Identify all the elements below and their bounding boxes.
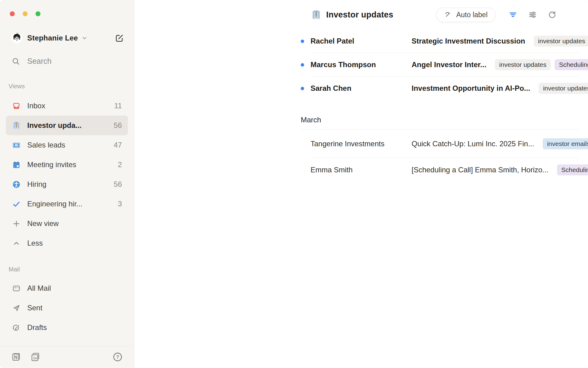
- necktie-emoji: [311, 10, 321, 20]
- page-title: Investor updates: [326, 10, 393, 20]
- user-name: Stephanie Lee: [27, 34, 78, 42]
- email-tags: investor emails: [543, 138, 588, 149]
- email-tags: Scheduling: [557, 164, 588, 175]
- search-icon: [12, 57, 20, 66]
- views-section-label: Views: [9, 83, 134, 90]
- view-header: Investor updates Auto label: [134, 0, 588, 29]
- email-subject: Angel Investor Inter...: [412, 60, 486, 69]
- svg-text:?: ?: [116, 355, 119, 360]
- zoom-button[interactable]: [36, 11, 40, 16]
- label-chip[interactable]: investor updates: [534, 36, 588, 47]
- sidebar-item-meeting-invites[interactable]: Meeting invites 2: [6, 155, 128, 174]
- sidebar-item-inbox[interactable]: Inbox 11: [6, 96, 128, 116]
- sidebar-item-all-mail[interactable]: All Mail: [6, 278, 128, 298]
- views-list: Inbox 11 Investor upda... 56: [6, 96, 128, 253]
- window-controls: [0, 0, 134, 16]
- chevron-down-icon: [81, 35, 88, 41]
- unread-dot: [301, 40, 304, 43]
- notion-logo[interactable]: [11, 352, 21, 362]
- unread-count: 47: [114, 141, 122, 149]
- email-tags: investor updates Scheduling: [495, 59, 588, 70]
- email-sender: Marcus Thompson: [311, 60, 412, 69]
- read-dot-placeholder: [301, 142, 304, 146]
- date-group-header: March: [301, 110, 588, 129]
- email-row[interactable]: Emma Smith [Scheduling a Call] Emma Smit…: [134, 158, 588, 182]
- auto-label-text: Auto label: [456, 11, 488, 19]
- new-view-button[interactable]: New view: [6, 214, 128, 233]
- notion-calendar-icon[interactable]: 14: [30, 352, 40, 362]
- email-subject: Strategic Investment Discussion: [412, 37, 525, 45]
- email-sender: Rachel Patel: [311, 37, 412, 45]
- app-window: Stephanie Lee Search Views: [0, 0, 588, 368]
- sidebar-item-hiring[interactable]: Hiring 56: [6, 174, 128, 194]
- header-toolbar: [508, 10, 557, 19]
- search-input[interactable]: Search: [12, 57, 134, 66]
- email-subject: Quick Catch-Up: Lumi Inc. 2025 Fin...: [412, 140, 534, 148]
- all-mail-icon: [12, 284, 21, 293]
- sidebar-item-sent[interactable]: Sent: [6, 298, 128, 318]
- sliders-icon[interactable]: [528, 10, 537, 19]
- account-switcher[interactable]: Stephanie Lee: [11, 32, 124, 44]
- money-icon: [12, 141, 21, 149]
- minimize-button[interactable]: [23, 11, 28, 16]
- search-placeholder: Search: [27, 57, 51, 66]
- chevron-up-icon: [12, 239, 21, 247]
- email-sender: Tangerine Investments: [311, 140, 412, 148]
- auto-label-button[interactable]: Auto label: [436, 8, 496, 22]
- sidebar-item-sales-leads[interactable]: Sales leads 47: [6, 135, 128, 155]
- mail-section-label: Mail: [9, 266, 134, 273]
- email-sender: Emma Smith: [311, 166, 412, 174]
- label-chip[interactable]: Scheduling: [555, 59, 588, 70]
- label-chip[interactable]: Scheduling: [557, 164, 588, 175]
- unread-dot: [301, 63, 304, 67]
- necktie-icon: [12, 121, 21, 130]
- inbox-icon: [12, 102, 21, 110]
- unread-count: 2: [118, 160, 122, 169]
- sidebar: Stephanie Lee Search Views: [0, 0, 134, 368]
- filter-icon[interactable]: [508, 10, 518, 19]
- sent-icon: [12, 304, 21, 312]
- drafts-icon: [12, 324, 21, 332]
- mail-list: All Mail Sent Drafts: [6, 278, 128, 337]
- sidebar-item-drafts[interactable]: Drafts: [6, 318, 128, 337]
- svg-text:14: 14: [33, 356, 37, 360]
- label-chip[interactable]: investor updates: [539, 83, 588, 94]
- read-dot-placeholder: [301, 168, 304, 172]
- email-row[interactable]: Tangerine Investments Quick Catch-Up: Lu…: [134, 130, 588, 158]
- less-button[interactable]: Less: [6, 233, 128, 253]
- unread-count: 56: [114, 180, 122, 189]
- main-panel: Investor updates Auto label: [134, 0, 588, 368]
- unread-count: 3: [118, 200, 122, 208]
- unread-count: 11: [114, 102, 122, 110]
- email-subject: [Scheduling a Call] Emma Smith, Horizo..…: [412, 166, 548, 174]
- sidebar-item-investor-updates[interactable]: Investor upda... 56: [6, 116, 128, 135]
- label-chip[interactable]: investor updates: [495, 59, 551, 70]
- email-row[interactable]: Sarah Chen Investment Opportunity in AI-…: [134, 77, 588, 100]
- compose-icon[interactable]: [115, 34, 124, 43]
- label-chip[interactable]: investor emails: [543, 138, 588, 149]
- auto-label-icon: [444, 11, 452, 19]
- calendar-icon: [12, 161, 21, 169]
- unread-dot: [301, 87, 304, 90]
- sidebar-item-engineering-hiring[interactable]: Engineering hir... 3: [6, 194, 128, 214]
- help-icon[interactable]: ?: [112, 352, 123, 362]
- email-tags: investor updates: [534, 36, 588, 47]
- close-button[interactable]: [10, 11, 15, 16]
- plus-icon: [12, 220, 21, 228]
- email-row[interactable]: Marcus Thompson Angel Investor Inter... …: [134, 53, 588, 76]
- sidebar-footer: 14 ?: [0, 346, 134, 368]
- email-sender: Sarah Chen: [311, 84, 412, 93]
- refresh-icon[interactable]: [548, 10, 557, 19]
- email-tags: investor updates: [539, 83, 588, 94]
- checkmark-icon: [12, 200, 21, 208]
- email-subject: Investment Opportunity in AI-Po...: [412, 84, 530, 93]
- unread-count: 56: [114, 121, 122, 130]
- accessibility-icon: [12, 180, 21, 189]
- email-list: Rachel Patel Strategic Investment Discus…: [134, 29, 588, 182]
- avatar: [11, 32, 23, 44]
- email-row[interactable]: Rachel Patel Strategic Investment Discus…: [134, 29, 588, 53]
